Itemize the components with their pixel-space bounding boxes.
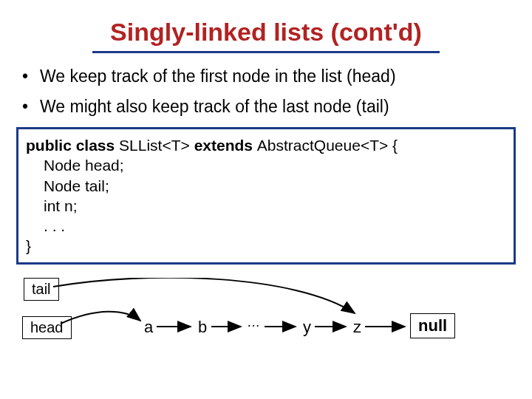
node-ellipsis: … <box>247 315 260 330</box>
code-text: SLList<T> <box>119 137 194 154</box>
keyword: public class <box>26 137 119 154</box>
node-y: y <box>303 318 311 337</box>
code-line: } <box>26 236 506 256</box>
code-line: . . . <box>44 216 506 236</box>
tail-label-box: tail <box>24 278 59 301</box>
bullet-item: • We keep track of the first node in the… <box>21 66 511 86</box>
bullet-text: We keep track of the first node in the l… <box>40 66 396 86</box>
code-line: public class SLList<T> extends AbstractQ… <box>26 135 506 155</box>
code-block: public class SLList<T> extends AbstractQ… <box>16 127 516 265</box>
code-line: int n; <box>44 196 506 216</box>
bullet-text: We might also keep track of the last nod… <box>40 97 389 117</box>
code-line: Node head; <box>44 155 506 175</box>
head-label-box: head <box>22 316 72 339</box>
title-underline <box>92 51 440 53</box>
bullet-list: • We keep track of the first node in the… <box>21 66 511 117</box>
code-text: AbstractQueue<T> { <box>257 137 398 154</box>
bullet-marker: • <box>21 97 40 117</box>
node-b: b <box>198 318 207 337</box>
null-box: null <box>410 313 455 338</box>
bullet-item: • We might also keep track of the last n… <box>21 97 511 117</box>
code-line: Node tail; <box>44 176 506 196</box>
keyword: extends <box>194 137 257 154</box>
bullet-marker: • <box>21 66 40 86</box>
node-z: z <box>353 318 361 337</box>
linked-list-diagram: tail head a b … y z null <box>0 278 532 366</box>
slide-title: Singly-linked lists (cont'd) <box>0 18 532 50</box>
node-a: a <box>144 318 153 337</box>
